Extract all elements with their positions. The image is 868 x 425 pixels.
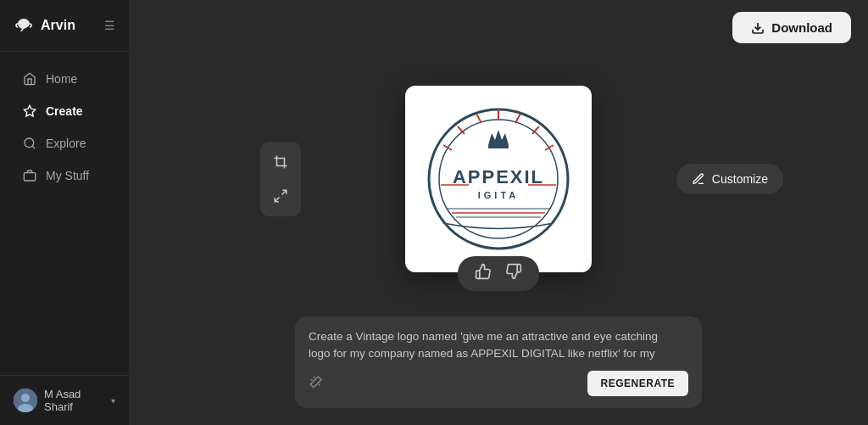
svg-point-4 (21, 394, 30, 402)
sidebar-item-create-label: Create (46, 104, 83, 118)
explore-icon (22, 137, 37, 150)
arvin-logo-icon (14, 15, 34, 36)
download-icon (751, 21, 765, 35)
magic-wand-icon[interactable] (309, 374, 324, 393)
svg-line-27 (311, 379, 313, 381)
home-icon (22, 72, 37, 86)
svg-point-1 (25, 138, 34, 148)
app-name: Arvin (41, 18, 75, 33)
prompt-area: Create a Vintage logo named 'give me an … (129, 303, 868, 426)
main-content: Download (129, 0, 868, 425)
sidebar-nav: Home Create Explore (0, 52, 129, 375)
svg-line-29 (319, 384, 320, 386)
svg-line-8 (275, 197, 279, 201)
svg-rect-19 (488, 145, 509, 148)
prompt-box: Create a Vintage logo named 'give me an … (295, 316, 702, 409)
logo-card: APPEXIL IGITA (405, 86, 592, 272)
prompt-footer: REGENERATE (309, 371, 688, 396)
regenerate-label: REGENERATE (601, 377, 675, 389)
svg-text:IGITA: IGITA (478, 190, 520, 200)
header: Download (129, 0, 868, 55)
sidebar-item-my-stuff-label: My Stuff (46, 169, 89, 182)
user-name: M Asad Sharif (44, 388, 104, 413)
customize-icon (692, 172, 705, 186)
sidebar-item-home-label: Home (46, 72, 77, 86)
thumbs-down-icon (505, 263, 522, 280)
logo-preview: APPEXIL IGITA (422, 103, 575, 255)
expand-icon (273, 188, 288, 204)
svg-line-2 (32, 146, 35, 148)
left-toolbar (260, 142, 301, 216)
download-button[interactable]: Download (732, 12, 851, 43)
my-stuff-icon (22, 169, 37, 182)
sidebar-item-explore[interactable]: Explore (7, 128, 122, 159)
svg-line-7 (282, 190, 287, 194)
sidebar-item-explore-label: Explore (46, 137, 86, 150)
sidebar: Arvin ☰ Home Create (0, 0, 129, 425)
svg-line-12 (515, 114, 520, 123)
download-label: Download (771, 20, 832, 35)
customize-button[interactable]: Customize (676, 164, 783, 194)
user-profile[interactable]: M Asad Sharif ▾ (0, 375, 129, 425)
svg-marker-0 (24, 105, 35, 116)
regenerate-button[interactable]: REGENERATE (587, 371, 688, 396)
sidebar-item-home[interactable]: Home (7, 64, 122, 94)
thumbs-down-button[interactable] (500, 261, 527, 286)
crop-icon (273, 154, 288, 170)
menu-icon[interactable]: ☰ (104, 19, 115, 32)
feedback-bar (458, 256, 539, 291)
prompt-text: Create a Vintage logo named 'give me an … (309, 328, 688, 363)
sidebar-logo-area: Arvin ☰ (0, 0, 129, 52)
thumbs-up-button[interactable] (470, 261, 497, 286)
create-icon (22, 104, 37, 118)
customize-label: Customize (712, 172, 768, 186)
wand-icon (309, 374, 324, 389)
thumbs-up-icon (475, 263, 492, 280)
svg-line-28 (314, 377, 315, 378)
expand-button[interactable] (265, 181, 296, 211)
canvas-area: APPEXIL IGITA (129, 55, 868, 303)
svg-line-15 (476, 114, 481, 123)
chevron-down-icon: ▾ (111, 396, 115, 405)
crop-button[interactable] (265, 147, 296, 177)
svg-marker-18 (488, 130, 509, 145)
sidebar-item-my-stuff[interactable]: My Stuff (7, 160, 122, 191)
sidebar-item-create[interactable]: Create (7, 96, 122, 126)
avatar (14, 389, 37, 412)
